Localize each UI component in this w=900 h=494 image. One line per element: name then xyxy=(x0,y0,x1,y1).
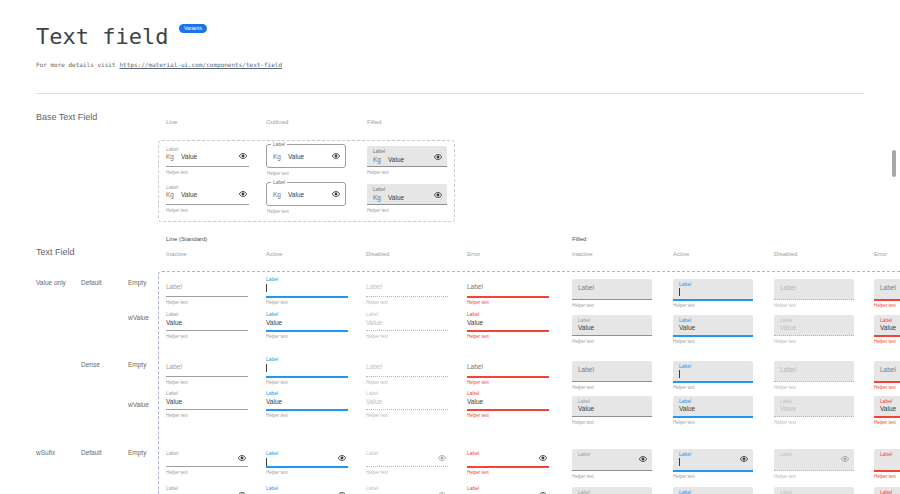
field-helper: Helper text xyxy=(774,339,796,344)
visibility-eye-icon[interactable] xyxy=(539,455,547,461)
field-value: Value xyxy=(388,156,404,163)
text-field-filled-disabled[interactable]: LabelValueHelper text xyxy=(774,487,854,494)
row-label-section: Value only xyxy=(36,279,66,286)
field-helper: Helper text xyxy=(774,420,796,425)
field-label: Label xyxy=(366,363,382,370)
text-field-filled-error[interactable]: LabelValueHelper text xyxy=(874,396,900,430)
text-field-filled-active[interactable]: LabelHelper text xyxy=(673,361,753,395)
field-helper: Helper text xyxy=(874,420,896,425)
text-field-filled-disabled[interactable]: LabelHelper text xyxy=(774,361,854,395)
field-value: Value xyxy=(578,324,594,331)
visibility-eye-icon[interactable] xyxy=(434,154,442,160)
text-cursor xyxy=(679,288,680,296)
field-value: Value xyxy=(679,405,695,412)
base-field-outlined[interactable]: LabelKgValueHelper text xyxy=(266,184,346,218)
field-value: Value xyxy=(366,319,382,326)
visibility-eye-icon[interactable] xyxy=(332,153,340,159)
text-field-line-active[interactable]: LabelValueHelper text xyxy=(266,485,348,494)
field-label: Label xyxy=(467,485,479,491)
text-field-filled-inactive[interactable]: LabelHelper text xyxy=(572,449,652,483)
text-field-filled-error[interactable]: LabelValueHelper text xyxy=(874,487,900,494)
text-field-line-active[interactable]: LabelHelper text xyxy=(266,450,348,484)
text-field-line-active[interactable]: LabelValueHelper text xyxy=(266,311,348,345)
visibility-eye-icon[interactable] xyxy=(438,455,446,461)
field-label: Label xyxy=(467,311,479,317)
text-field-filled-disabled[interactable]: LabelHelper text xyxy=(774,279,854,313)
field-prefix: Kg xyxy=(166,153,174,160)
row-label-content: Empty xyxy=(128,449,146,456)
base-field-line[interactable]: LabelKgValueHelper text xyxy=(166,184,249,218)
scrollbar-thumb[interactable] xyxy=(892,150,896,177)
state-header: Disabled xyxy=(774,251,797,257)
text-field-filled-disabled[interactable]: LabelValueHelper text xyxy=(774,315,854,349)
field-helper: Helper text xyxy=(774,474,796,479)
state-header: Active xyxy=(266,251,282,257)
field-value: Value xyxy=(880,405,896,412)
visibility-eye-icon[interactable] xyxy=(338,455,346,461)
text-field-filled-error[interactable]: LabelHelper text xyxy=(874,279,900,313)
field-value: Value xyxy=(780,405,796,412)
visibility-eye-icon[interactable] xyxy=(740,456,748,462)
base-field-line[interactable]: LabelKgValueHelper text xyxy=(166,146,249,180)
text-field-line-disabled[interactable]: LabelValueHelper text xyxy=(366,390,448,424)
text-cursor xyxy=(266,364,267,372)
text-field-line-inactive[interactable]: LabelHelper text xyxy=(166,450,248,484)
text-field-filled-active[interactable]: LabelHelper text xyxy=(673,449,753,483)
field-label: Label xyxy=(578,317,590,323)
text-field-filled-active[interactable]: LabelValueHelper text xyxy=(673,396,753,430)
field-label: Label xyxy=(467,363,483,370)
text-field-filled-active[interactable]: LabelValueHelper text xyxy=(673,487,753,494)
visibility-eye-icon[interactable] xyxy=(639,456,647,462)
text-field-line-disabled[interactable]: LabelValueHelper text xyxy=(366,311,448,345)
text-field-filled-error[interactable]: LabelValueHelper text xyxy=(874,315,900,349)
field-value: Value xyxy=(266,319,282,326)
visibility-eye-icon[interactable] xyxy=(332,191,340,197)
text-field-filled-error[interactable]: LabelHelper text xyxy=(874,449,900,483)
field-label: Label xyxy=(679,398,691,404)
visibility-eye-icon[interactable] xyxy=(239,191,247,197)
base-field-outlined[interactable]: LabelKgValueHelper text xyxy=(266,146,346,180)
field-helper: Helper text xyxy=(774,303,796,308)
text-field-line-inactive[interactable]: LabelValueHelper text xyxy=(166,485,248,494)
visibility-eye-icon[interactable] xyxy=(434,192,442,198)
docs-link[interactable]: https://material-ui.com/components/text-… xyxy=(119,61,282,68)
field-helper: Helper text xyxy=(367,208,389,213)
text-field-filled-disabled[interactable]: LabelValueHelper text xyxy=(774,396,854,430)
text-field-filled-inactive[interactable]: LabelHelper text xyxy=(572,361,652,395)
base-column-header: Outlined xyxy=(266,119,288,125)
field-label: Label xyxy=(880,398,892,404)
visibility-eye-icon[interactable] xyxy=(238,455,246,461)
text-field-filled-inactive[interactable]: LabelValueHelper text xyxy=(572,396,652,430)
text-field-line-disabled[interactable]: LabelHelper text xyxy=(366,450,448,484)
text-field-line-inactive[interactable]: LabelValueHelper text xyxy=(166,390,248,424)
text-field-filled-inactive[interactable]: LabelHelper text xyxy=(572,279,652,313)
field-label: Label xyxy=(467,283,483,290)
text-field-line-error[interactable]: LabelValueHelper text xyxy=(467,390,549,424)
field-label: Label xyxy=(266,485,278,491)
text-field-line-active[interactable]: LabelValueHelper text xyxy=(266,390,348,424)
text-field-line-error[interactable]: LabelValueHelper text xyxy=(467,485,549,494)
field-label: Label xyxy=(366,450,378,456)
field-helper: Helper text xyxy=(572,339,594,344)
text-field-filled-error[interactable]: LabelHelper text xyxy=(874,361,900,395)
text-field-filled-active[interactable]: LabelValueHelper text xyxy=(673,315,753,349)
field-label: Label xyxy=(880,284,896,291)
text-field-filled-disabled[interactable]: LabelHelper text xyxy=(774,449,854,483)
visibility-eye-icon[interactable] xyxy=(841,456,849,462)
text-field-line-inactive[interactable]: LabelValueHelper text xyxy=(166,311,248,345)
field-prefix: Kg xyxy=(373,194,381,201)
base-field-filled[interactable]: LabelKgValueHelper text xyxy=(367,184,447,218)
base-field-filled[interactable]: LabelKgValueHelper text xyxy=(367,146,447,180)
text-field-line-disabled[interactable]: LabelValueHelper text xyxy=(366,485,448,494)
field-helper: Helper text xyxy=(673,420,695,425)
field-label: Label xyxy=(467,390,479,396)
text-field-filled-active[interactable]: LabelHelper text xyxy=(673,279,753,313)
text-field-filled-inactive[interactable]: LabelValueHelper text xyxy=(572,315,652,349)
text-field-line-error[interactable]: LabelHelper text xyxy=(467,450,549,484)
field-value: Value xyxy=(166,398,182,405)
text-field-line-error[interactable]: LabelValueHelper text xyxy=(467,311,549,345)
field-label: Label xyxy=(166,450,178,456)
text-field-filled-inactive[interactable]: LabelValueHelper text xyxy=(572,487,652,494)
field-helper: Helper text xyxy=(367,170,389,175)
visibility-eye-icon[interactable] xyxy=(239,153,247,159)
